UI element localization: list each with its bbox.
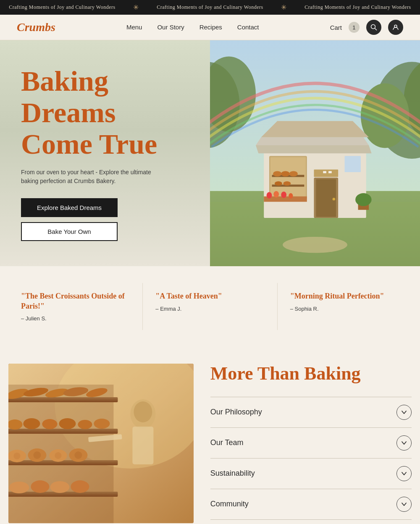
- nav-link-menu[interactable]: Menu: [126, 24, 142, 31]
- main-nav: Menu Our Story Recipes Contact: [126, 24, 259, 31]
- svg-point-31: [273, 191, 279, 197]
- svg-point-24: [283, 181, 291, 186]
- svg-point-71: [71, 480, 89, 493]
- svg-rect-37: [323, 171, 326, 173]
- svg-marker-13: [256, 137, 369, 145]
- svg-point-53: [23, 418, 40, 429]
- nav-item-contact[interactable]: Contact: [237, 24, 259, 31]
- svg-point-70: [50, 481, 69, 493]
- svg-point-69: [31, 480, 49, 493]
- svg-point-60: [13, 453, 20, 459]
- nav-item-our-story[interactable]: Our Story: [157, 24, 184, 31]
- svg-point-66: [74, 451, 82, 459]
- svg-point-11: [283, 237, 347, 253]
- hero-title-line2: Dreams: [21, 97, 116, 128]
- accordion-icon-sustainability[interactable]: [396, 466, 412, 481]
- svg-line-1: [375, 29, 377, 31]
- explore-button[interactable]: Explore Baked Dreams: [21, 198, 118, 217]
- hero-right: [210, 40, 420, 266]
- svg-point-30: [267, 192, 272, 198]
- logo[interactable]: Crumbs: [17, 21, 55, 34]
- accordion-icon-community[interactable]: [396, 497, 412, 512]
- testimonial-author-3: – Sophia R.: [290, 306, 399, 312]
- testimonial-quote-3: "Morning Ritual Perfection": [290, 291, 399, 301]
- svg-point-33: [289, 193, 293, 199]
- svg-point-32: [281, 191, 286, 198]
- hero-section: Baking Dreams Come True From our oven to…: [0, 40, 420, 266]
- svg-rect-42: [132, 427, 153, 464]
- testimonial-quote-1: "The Best Croissants Outside of Paris!": [21, 291, 130, 311]
- svg-point-20: [281, 171, 290, 176]
- testimonials-section: "The Best Croissants Outside of Paris!" …: [0, 266, 420, 347]
- testimonial-card-3: "Morning Ritual Perfection" – Sophia R.: [278, 283, 412, 330]
- accordion-icon-team[interactable]: [396, 435, 412, 451]
- announcement-bar: Crafting Moments of Joy and Culinary Won…: [0, 0, 420, 15]
- svg-rect-26: [316, 179, 336, 217]
- testimonial-card-1: "The Best Croissants Outside of Paris!" …: [8, 283, 143, 330]
- cart-badge[interactable]: 1: [349, 22, 360, 33]
- bake-own-button[interactable]: Bake Your Own: [21, 222, 118, 241]
- svg-rect-58: [8, 460, 118, 465]
- section-heading: More Than Baking: [210, 364, 412, 384]
- nav-item-menu[interactable]: Menu: [126, 24, 142, 31]
- svg-point-19: [273, 171, 282, 176]
- bakery-image-column: [8, 364, 202, 523]
- user-icon: [392, 24, 399, 31]
- hero-illustration: [210, 40, 420, 266]
- account-button[interactable]: [388, 20, 403, 35]
- search-button[interactable]: [366, 20, 381, 35]
- chevron-down-icon: [401, 471, 407, 477]
- testimonial-author-1: – Julien S.: [21, 315, 130, 322]
- accordion-icon-philosophy[interactable]: [396, 405, 412, 420]
- hero-title-line1: Baking: [21, 65, 108, 97]
- svg-point-64: [55, 452, 61, 459]
- svg-point-56: [78, 420, 92, 429]
- hero-subtitle: From our oven to your heart - Explore th…: [21, 168, 155, 186]
- svg-rect-45: [8, 397, 118, 402]
- accordion-sustainability[interactable]: Sustainability: [210, 458, 412, 489]
- accordion-label-team: Our Team: [210, 438, 244, 447]
- svg-point-68: [9, 482, 29, 493]
- svg-point-55: [59, 418, 76, 429]
- nav-link-contact[interactable]: Contact: [237, 24, 259, 31]
- svg-point-0: [371, 25, 375, 29]
- bakery-interior-image: [8, 364, 194, 523]
- svg-point-57: [94, 419, 110, 429]
- hero-title-line3: Come True: [21, 128, 157, 160]
- announcement-text-2: Crafting Moments of Joy and Culinary Won…: [157, 4, 263, 10]
- svg-point-23: [275, 181, 282, 186]
- svg-point-35: [355, 193, 371, 206]
- hero-title: Baking Dreams Come True: [21, 66, 189, 160]
- chevron-down-icon: [401, 501, 407, 507]
- more-than-baking-section: More Than Baking Our Philosophy Our Team…: [0, 347, 420, 524]
- svg-point-43: [134, 401, 152, 422]
- svg-rect-38: [328, 171, 332, 173]
- svg-point-21: [289, 171, 298, 176]
- testimonial-quote-2: "A Taste of Heaven": [155, 291, 264, 301]
- accordion-label-community: Community: [210, 500, 249, 508]
- search-icon: [370, 24, 377, 31]
- accordion-column: More Than Baking Our Philosophy Our Team…: [202, 364, 412, 523]
- separator-2: ✳: [281, 3, 287, 11]
- accordion-label-philosophy: Our Philosophy: [210, 408, 262, 417]
- bakery-interior-illustration: [8, 364, 194, 523]
- svg-rect-51: [8, 429, 118, 434]
- nav-item-recipes[interactable]: Recipes: [200, 24, 222, 31]
- nav-link-our-story[interactable]: Our Story: [157, 24, 184, 31]
- header-right: Cart 1: [330, 20, 403, 35]
- svg-marker-15: [261, 121, 369, 137]
- hero-left: Baking Dreams Come True From our oven to…: [0, 40, 210, 266]
- svg-marker-14: [256, 145, 372, 153]
- separator-1: ✳: [133, 3, 139, 11]
- nav-links: Menu Our Story Recipes Contact: [126, 24, 259, 31]
- svg-point-62: [33, 451, 41, 459]
- svg-point-27: [333, 198, 335, 200]
- cart-label: Cart: [330, 24, 342, 31]
- accordion-philosophy[interactable]: Our Philosophy: [210, 397, 412, 427]
- svg-rect-28: [345, 156, 361, 172]
- accordion-team[interactable]: Our Team: [210, 427, 412, 458]
- announcement-text-1: Crafting Moments of Joy and Culinary Won…: [9, 4, 115, 10]
- announcement-text-3: Crafting Moments of Joy and Culinary Won…: [304, 4, 411, 10]
- nav-link-recipes[interactable]: Recipes: [200, 24, 222, 31]
- accordion-community[interactable]: Community: [210, 489, 412, 520]
